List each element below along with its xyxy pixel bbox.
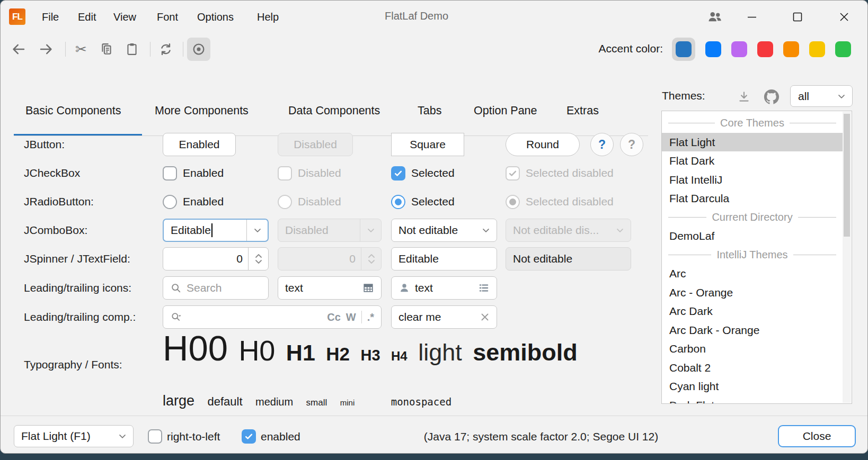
show-hidden-toggle-button[interactable] xyxy=(187,38,210,61)
tab-extras[interactable]: Extras xyxy=(566,104,599,118)
theme-item[interactable]: DemoLaf xyxy=(662,227,843,246)
enabled-checkbox[interactable] xyxy=(242,429,256,444)
radio-disabled xyxy=(278,195,292,209)
users-button[interactable] xyxy=(704,7,725,27)
text-field-with-table-icon[interactable]: text xyxy=(278,276,382,300)
text-field-value: text xyxy=(415,282,433,294)
spinner[interactable]: 0 xyxy=(163,247,269,270)
help-button[interactable]: ? xyxy=(590,133,614,156)
search-field[interactable]: Search xyxy=(163,276,269,300)
paste-button[interactable] xyxy=(120,38,144,61)
combobox-disabled: Disabled xyxy=(278,219,382,242)
users-icon xyxy=(707,9,723,25)
maximize-icon xyxy=(791,11,804,23)
accent-color-swatch[interactable] xyxy=(705,41,721,57)
theme-item[interactable]: Flat Light xyxy=(662,133,843,152)
themes-scrollbar-thumb[interactable] xyxy=(844,114,850,237)
combobox-editable[interactable]: Editable xyxy=(163,219,269,242)
theme-item[interactable]: Flat Darcula xyxy=(662,189,843,208)
jradiobutton-row-label: JRadioButton: xyxy=(24,195,94,208)
refresh-button[interactable] xyxy=(154,38,178,61)
monospaced-sample: monospaced xyxy=(391,396,451,408)
theme-item[interactable]: Cyan light xyxy=(662,377,843,396)
theme-group-separator: IntelliJ Themes xyxy=(662,246,843,265)
accent-color-swatch[interactable] xyxy=(809,41,825,57)
github-link-button[interactable] xyxy=(762,87,781,106)
close-button[interactable]: Close xyxy=(778,425,856,447)
combobox-arrow-button[interactable] xyxy=(475,219,497,241)
radio-enabled[interactable] xyxy=(163,195,177,209)
theme-item[interactable]: Arc xyxy=(662,264,843,283)
checkbox-enabled[interactable] xyxy=(163,166,177,181)
download-themes-button[interactable] xyxy=(734,87,754,106)
back-button[interactable] xyxy=(7,38,30,61)
checkbox-disabled xyxy=(278,166,292,181)
combobox-not-editable[interactable]: Not editable xyxy=(391,219,497,242)
forward-button[interactable] xyxy=(34,38,58,61)
menu-view[interactable]: View xyxy=(113,10,136,24)
help-button-secondary[interactable]: ? xyxy=(620,133,643,156)
menu-font[interactable]: Font xyxy=(157,10,178,24)
menu-file[interactable]: File xyxy=(42,10,59,24)
accent-color-swatch[interactable] xyxy=(676,41,692,57)
theme-item[interactable]: Cobalt 2 xyxy=(662,358,843,377)
cut-button[interactable]: ✂ xyxy=(69,38,93,61)
theme-item[interactable]: Flat Dark xyxy=(662,151,843,170)
bottom-separator xyxy=(1,416,868,416)
right-to-left-checkbox[interactable] xyxy=(148,429,162,444)
accent-swatches xyxy=(672,38,851,61)
tab-more-components[interactable]: More Components xyxy=(155,104,249,118)
theme-item[interactable]: Arc Dark xyxy=(662,302,843,321)
chevron-down-icon xyxy=(366,225,376,236)
combobox-arrow-button[interactable] xyxy=(246,220,268,241)
font-size-small-sample: small xyxy=(306,398,327,408)
chevron-down-icon xyxy=(252,225,263,236)
menu-edit[interactable]: Edit xyxy=(78,10,96,24)
maximize-button[interactable] xyxy=(787,7,808,27)
combobox-arrow-button[interactable] xyxy=(831,91,852,102)
copy-button[interactable] xyxy=(95,38,118,61)
close-window-button[interactable] xyxy=(834,7,855,27)
themes-scrollbar[interactable] xyxy=(843,112,851,403)
tab-data-components[interactable]: Data Components xyxy=(288,104,380,118)
theme-group-separator: Core Themes xyxy=(662,114,843,133)
leading-trailing-icons-row-label: Leading/trailing icons: xyxy=(24,282,131,294)
enabled-button[interactable]: Enabled xyxy=(163,133,236,156)
tab-option-pane[interactable]: Option Pane xyxy=(474,104,537,118)
menu-options[interactable]: Options xyxy=(197,10,234,24)
text-field-with-user-icon[interactable]: text xyxy=(391,276,497,300)
spinner-buttons[interactable] xyxy=(248,248,268,270)
search-placeholder: Search xyxy=(187,282,222,294)
checkbox-label: Selected xyxy=(411,167,455,179)
square-button[interactable]: Square xyxy=(391,133,464,156)
checkbox-selected[interactable] xyxy=(391,166,405,181)
accent-color-swatch[interactable] xyxy=(835,41,851,57)
theme-item[interactable]: Carbon xyxy=(662,339,843,358)
accent-color-swatch[interactable] xyxy=(783,41,799,57)
spinner-buttons xyxy=(361,248,381,270)
accent-color-swatch[interactable] xyxy=(757,41,773,57)
minimize-button[interactable] xyxy=(741,7,763,27)
font-weight-light-sample: light xyxy=(418,339,462,366)
theme-item[interactable]: Arc Dark - Orange xyxy=(662,321,843,340)
combobox-not-editable-value: Not editable xyxy=(398,224,458,237)
laf-selector-combobox[interactable]: Flat Light (F1) xyxy=(14,425,134,447)
tab-tabs[interactable]: Tabs xyxy=(418,104,441,118)
laf-selector-field[interactable]: Flat Light (F1) xyxy=(14,425,134,447)
round-button[interactable]: Round xyxy=(506,133,580,156)
theme-item[interactable]: Arc - Orange xyxy=(662,283,843,302)
theme-item[interactable]: Flat IntelliJ xyxy=(662,170,843,190)
checkbox-selected-disabled xyxy=(506,166,520,181)
combobox-arrow-button[interactable] xyxy=(112,426,133,447)
tab-basic-components[interactable]: Basic Components xyxy=(25,104,121,118)
accent-color-swatch[interactable] xyxy=(731,41,747,57)
heading-h3: H3 xyxy=(360,347,380,364)
textfield-editable[interactable]: Editable xyxy=(391,247,497,270)
radio-selected[interactable] xyxy=(391,195,405,209)
theme-item[interactable]: Dark Flat xyxy=(662,396,843,404)
flatlaf-demo-window: FL File Edit View Font Options Help Flat… xyxy=(0,0,868,454)
menu-help[interactable]: Help xyxy=(257,10,279,24)
radio-selected-disabled xyxy=(506,195,520,209)
themes-filter-combobox[interactable]: all xyxy=(790,85,853,107)
text-caret xyxy=(211,223,212,237)
